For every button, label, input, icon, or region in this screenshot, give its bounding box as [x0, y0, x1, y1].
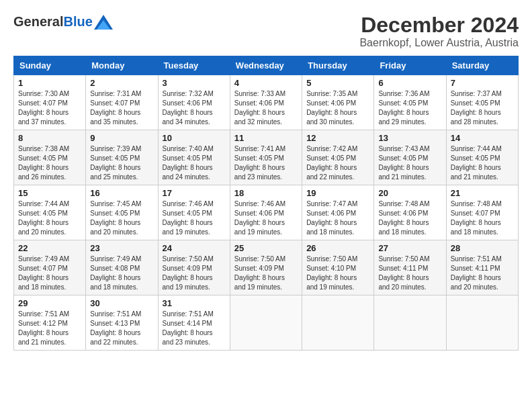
calendar-week-4: 29Sunrise: 7:51 AMSunset: 4:12 PMDayligh… — [14, 295, 519, 351]
calendar-day-30: 30Sunrise: 7:51 AMSunset: 4:13 PMDayligh… — [86, 295, 158, 351]
page-header: GeneralBlue December 2024 Baernkopf, Low… — [13, 13, 519, 49]
calendar-day-4: 4Sunrise: 7:33 AMSunset: 4:06 PMDaylight… — [230, 75, 302, 130]
title-block: December 2024 Baernkopf, Lower Austria, … — [359, 13, 519, 49]
calendar-day-16: 16Sunrise: 7:45 AMSunset: 4:05 PMDayligh… — [86, 185, 158, 240]
calendar-header-row: Sunday Monday Tuesday Wednesday Thursday… — [14, 56, 519, 75]
calendar-day-14: 14Sunrise: 7:44 AMSunset: 4:05 PMDayligh… — [446, 130, 518, 185]
calendar-day-31: 31Sunrise: 7:51 AMSunset: 4:14 PMDayligh… — [158, 295, 230, 351]
calendar-day-27: 27Sunrise: 7:50 AMSunset: 4:11 PMDayligh… — [374, 240, 446, 295]
calendar-day-empty-w4c5 — [374, 295, 446, 351]
col-tuesday: Tuesday — [158, 56, 230, 75]
calendar-day-empty-w4c4 — [302, 295, 374, 351]
calendar-day-9: 9Sunrise: 7:39 AMSunset: 4:05 PMDaylight… — [86, 130, 158, 185]
calendar-week-2: 15Sunrise: 7:44 AMSunset: 4:05 PMDayligh… — [14, 185, 519, 240]
calendar-day-5: 5Sunrise: 7:35 AMSunset: 4:06 PMDaylight… — [302, 75, 374, 130]
calendar-day-1: 1Sunrise: 7:30 AMSunset: 4:07 PMDaylight… — [14, 75, 86, 130]
calendar-day-11: 11Sunrise: 7:41 AMSunset: 4:05 PMDayligh… — [230, 130, 302, 185]
calendar-day-23: 23Sunrise: 7:49 AMSunset: 4:08 PMDayligh… — [86, 240, 158, 295]
page-title: December 2024 — [359, 13, 519, 37]
calendar-day-25: 25Sunrise: 7:50 AMSunset: 4:09 PMDayligh… — [230, 240, 302, 295]
page-subtitle: Baernkopf, Lower Austria, Austria — [359, 37, 519, 49]
col-wednesday: Wednesday — [230, 56, 302, 75]
calendar-day-8: 8Sunrise: 7:38 AMSunset: 4:05 PMDaylight… — [14, 130, 86, 185]
calendar-day-12: 12Sunrise: 7:42 AMSunset: 4:05 PMDayligh… — [302, 130, 374, 185]
calendar-day-3: 3Sunrise: 7:32 AMSunset: 4:06 PMDaylight… — [158, 75, 230, 130]
calendar-day-20: 20Sunrise: 7:48 AMSunset: 4:06 PMDayligh… — [374, 185, 446, 240]
calendar-day-21: 21Sunrise: 7:48 AMSunset: 4:07 PMDayligh… — [446, 185, 518, 240]
calendar-day-26: 26Sunrise: 7:50 AMSunset: 4:10 PMDayligh… — [302, 240, 374, 295]
calendar-day-18: 18Sunrise: 7:46 AMSunset: 4:06 PMDayligh… — [230, 185, 302, 240]
calendar-day-15: 15Sunrise: 7:44 AMSunset: 4:05 PMDayligh… — [14, 185, 86, 240]
calendar-day-empty-w4c3 — [230, 295, 302, 351]
col-friday: Friday — [374, 56, 446, 75]
calendar-day-10: 10Sunrise: 7:40 AMSunset: 4:05 PMDayligh… — [158, 130, 230, 185]
calendar-day-29: 29Sunrise: 7:51 AMSunset: 4:12 PMDayligh… — [14, 295, 86, 351]
logo-icon — [94, 15, 113, 30]
calendar-table: Sunday Monday Tuesday Wednesday Thursday… — [13, 56, 519, 351]
calendar-day-13: 13Sunrise: 7:43 AMSunset: 4:05 PMDayligh… — [374, 130, 446, 185]
calendar-day-24: 24Sunrise: 7:50 AMSunset: 4:09 PMDayligh… — [158, 240, 230, 295]
col-saturday: Saturday — [446, 56, 518, 75]
logo: GeneralBlue — [13, 13, 113, 30]
calendar-day-6: 6Sunrise: 7:36 AMSunset: 4:05 PMDaylight… — [374, 75, 446, 130]
calendar-day-28: 28Sunrise: 7:51 AMSunset: 4:11 PMDayligh… — [446, 240, 518, 295]
calendar-day-22: 22Sunrise: 7:49 AMSunset: 4:07 PMDayligh… — [14, 240, 86, 295]
calendar-day-7: 7Sunrise: 7:37 AMSunset: 4:05 PMDaylight… — [446, 75, 518, 130]
col-sunday: Sunday — [14, 56, 86, 75]
calendar-week-0: 1Sunrise: 7:30 AMSunset: 4:07 PMDaylight… — [14, 75, 519, 130]
calendar-day-empty-w4c6 — [446, 295, 518, 351]
calendar-day-2: 2Sunrise: 7:31 AMSunset: 4:07 PMDaylight… — [86, 75, 158, 130]
col-thursday: Thursday — [302, 56, 374, 75]
calendar-week-1: 8Sunrise: 7:38 AMSunset: 4:05 PMDaylight… — [14, 130, 519, 185]
logo-general: General — [13, 14, 63, 29]
calendar-week-3: 22Sunrise: 7:49 AMSunset: 4:07 PMDayligh… — [14, 240, 519, 295]
calendar-day-17: 17Sunrise: 7:46 AMSunset: 4:05 PMDayligh… — [158, 185, 230, 240]
logo-text: GeneralBlue — [13, 14, 93, 30]
calendar-day-19: 19Sunrise: 7:47 AMSunset: 4:06 PMDayligh… — [302, 185, 374, 240]
logo-blue: Blue — [63, 14, 92, 29]
col-monday: Monday — [86, 56, 158, 75]
